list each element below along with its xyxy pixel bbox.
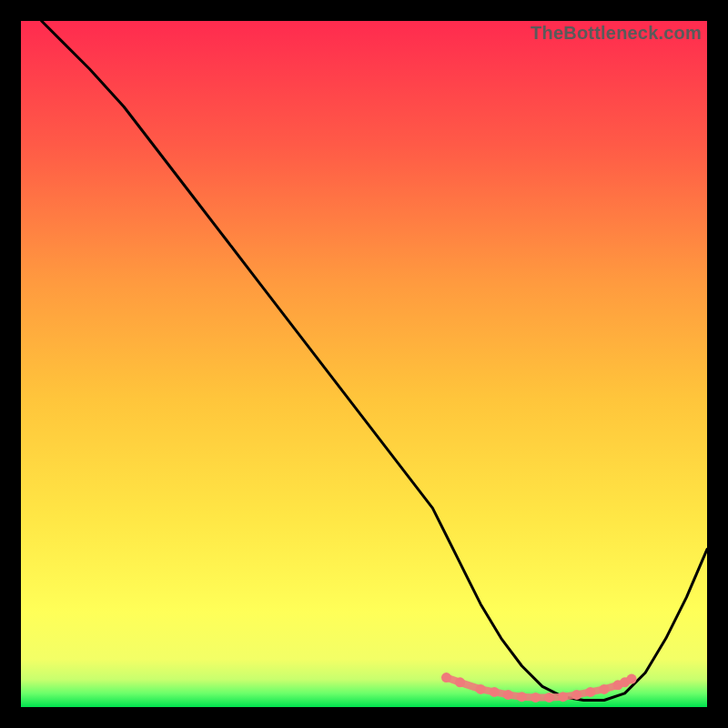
highlight-dot bbox=[531, 693, 541, 703]
bottleneck-chart bbox=[21, 21, 707, 707]
highlight-dot bbox=[517, 692, 527, 702]
highlight-dot bbox=[476, 684, 486, 694]
highlight-dot bbox=[490, 687, 500, 697]
highlight-dot bbox=[455, 677, 465, 687]
highlight-dot bbox=[441, 672, 451, 682]
gradient-background bbox=[21, 21, 707, 707]
highlight-dot bbox=[558, 692, 568, 702]
highlight-dot bbox=[627, 674, 637, 684]
watermark-text: TheBottleneck.com bbox=[531, 23, 702, 44]
highlight-dot bbox=[503, 690, 513, 700]
highlight-dot bbox=[599, 684, 609, 694]
highlight-dot bbox=[585, 687, 595, 697]
highlight-dot bbox=[571, 690, 581, 700]
chart-frame: TheBottleneck.com bbox=[21, 21, 707, 707]
highlight-dot bbox=[544, 693, 554, 703]
